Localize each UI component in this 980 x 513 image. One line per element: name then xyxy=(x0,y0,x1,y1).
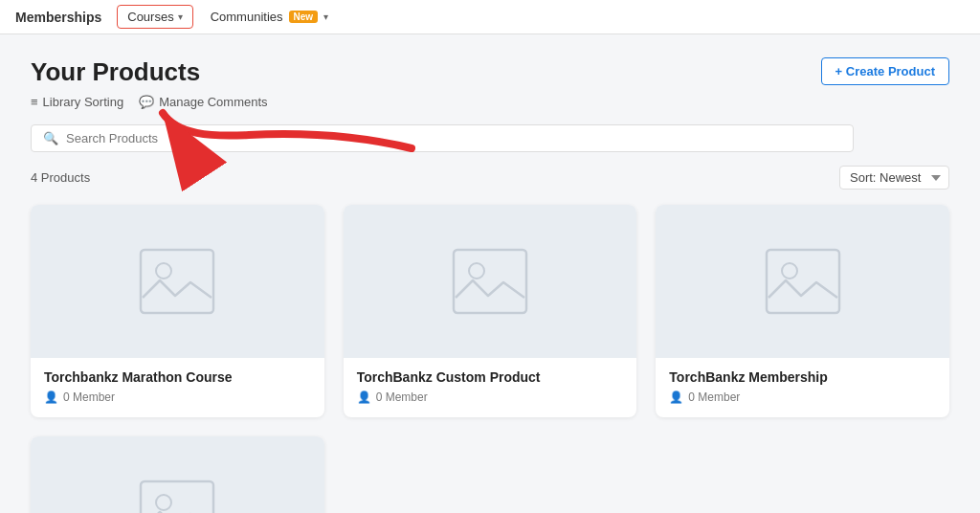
member-count: 0 Member xyxy=(376,390,428,404)
courses-tab-label: Courses xyxy=(127,10,173,24)
member-count: 0 Member xyxy=(63,390,115,404)
library-sorting-icon: ≡ xyxy=(31,95,38,109)
product-members: 👤 0 Member xyxy=(656,390,949,404)
products-grid: Torchbankz Marathon Course 👤 0 Member xyxy=(31,205,949,513)
svg-rect-6 xyxy=(141,481,213,513)
library-sorting-link[interactable]: ≡ Library Sorting xyxy=(31,95,123,109)
person-icon: 👤 xyxy=(669,390,683,404)
search-input[interactable] xyxy=(66,131,841,145)
page-title: Your Products xyxy=(31,57,200,87)
product-members: 👤 0 Member xyxy=(31,390,324,404)
svg-point-3 xyxy=(469,263,484,279)
product-card[interactable]: Torchbankz Sprint Course 👤 0 Member xyxy=(31,436,324,513)
product-card[interactable]: TorchBankz Membership 👤 0 Member xyxy=(656,205,949,417)
svg-rect-0 xyxy=(141,250,213,313)
person-icon: 👤 xyxy=(44,390,58,404)
sub-actions-bar: ≡ Library Sorting 💬 Manage Comments xyxy=(31,95,949,109)
product-thumbnail xyxy=(31,205,324,358)
page-wrapper: Memberships Courses ▾ Communities New ▾ … xyxy=(0,0,980,513)
sort-select[interactable]: Sort: Newest Sort: Oldest Sort: A-Z Sort… xyxy=(839,166,949,190)
svg-rect-4 xyxy=(767,250,839,313)
manage-comments-label: Manage Comments xyxy=(159,95,267,109)
library-sorting-label: Library Sorting xyxy=(43,95,124,109)
courses-tab[interactable]: Courses ▾ xyxy=(117,5,192,29)
communities-chevron-icon: ▾ xyxy=(323,11,328,22)
courses-chevron-icon: ▾ xyxy=(178,11,183,22)
manage-comments-icon: 💬 xyxy=(139,95,154,109)
svg-point-1 xyxy=(156,263,171,279)
product-card[interactable]: TorchBankz Custom Product 👤 0 Member xyxy=(344,205,637,417)
products-bar: 4 Products Sort: Newest Sort: Oldest Sor… xyxy=(31,166,949,190)
svg-point-5 xyxy=(782,263,797,279)
product-name: TorchBankz Custom Product xyxy=(344,369,637,385)
product-card[interactable]: Torchbankz Marathon Course 👤 0 Member xyxy=(31,205,324,417)
product-thumbnail xyxy=(31,436,324,513)
placeholder-image-icon xyxy=(139,480,215,513)
product-thumbnail xyxy=(344,205,637,358)
products-count: 4 Products xyxy=(31,170,90,185)
search-icon: 🔍 xyxy=(43,131,58,145)
product-thumbnail xyxy=(656,205,949,358)
page-header: Your Products + Create Product xyxy=(31,57,949,87)
svg-point-7 xyxy=(156,495,171,510)
communities-tab-label: Communities xyxy=(211,10,283,24)
product-name: TorchBankz Membership xyxy=(656,369,949,385)
page-title-group: Your Products xyxy=(31,57,200,87)
main-content: Your Products + Create Product ≡ Library… xyxy=(0,34,980,513)
communities-tab[interactable]: Communities New ▾ xyxy=(201,6,338,28)
placeholder-image-icon xyxy=(765,248,841,315)
top-nav: Memberships Courses ▾ Communities New ▾ xyxy=(0,0,980,34)
member-count: 0 Member xyxy=(688,390,740,404)
create-product-button[interactable]: + Create Product xyxy=(821,57,949,85)
svg-rect-2 xyxy=(454,250,526,313)
communities-new-badge: New xyxy=(289,11,319,23)
brand-label: Memberships xyxy=(15,10,101,25)
product-members: 👤 0 Member xyxy=(344,390,637,404)
product-name: Torchbankz Marathon Course xyxy=(31,369,324,385)
search-bar: 🔍 xyxy=(31,124,854,152)
person-icon: 👤 xyxy=(357,390,371,404)
placeholder-image-icon xyxy=(452,248,528,315)
placeholder-image-icon xyxy=(139,248,215,315)
manage-comments-link[interactable]: 💬 Manage Comments xyxy=(139,95,267,109)
